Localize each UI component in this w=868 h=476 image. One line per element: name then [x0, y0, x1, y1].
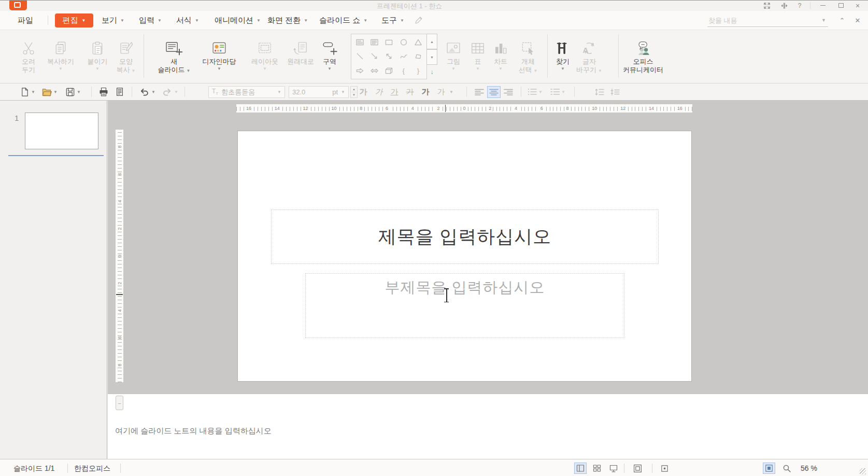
menu-insert[interactable]: 입력▼ [139, 11, 162, 30]
undo-button[interactable]: ▼ [139, 83, 155, 100]
shape-horizontal-text-box[interactable] [352, 35, 367, 49]
zoom-magnifier-icon[interactable] [780, 463, 793, 474]
shape-right-brace[interactable]: } [411, 64, 425, 78]
toolbar-separator [521, 87, 521, 97]
new-slide-button[interactable]: 새 슬라이드▼ [150, 33, 198, 75]
view-slide-sorter-button[interactable] [591, 463, 603, 474]
app-logo-icon[interactable] [9, 1, 27, 10]
split-window-icon[interactable] [777, 1, 791, 10]
object-select-button[interactable]: 개체 선택▼ [514, 33, 543, 75]
find-close-button[interactable]: ✕ [852, 15, 863, 25]
picture-icon [445, 33, 462, 58]
shape-line[interactable] [352, 49, 367, 63]
shape-double-arrow-line[interactable] [381, 49, 396, 63]
view-slideshow-button[interactable] [607, 463, 620, 474]
shape-vertical-text-box[interactable] [367, 35, 381, 49]
align-right-button[interactable] [502, 86, 515, 98]
shape-left-brace[interactable]: { [396, 64, 411, 78]
zoom-in-large-icon[interactable] [763, 463, 775, 474]
chart-button[interactable]: 차트 ▼ [488, 33, 513, 71]
shapes-more-icon[interactable]: ↓ [426, 65, 437, 79]
zoom-out-small-icon[interactable] [658, 463, 671, 474]
new-document-button[interactable]: ▼ [20, 83, 35, 100]
hanshow-window: 프레젠테이션 1 - 한쇼 ? × 파일 편집▼ 보기▼ 입력▼ 서식▼ 애니메… [0, 0, 868, 476]
menu-format[interactable]: 서식▼ [176, 11, 199, 30]
shape-left-right-arrow[interactable] [367, 64, 381, 78]
menu-edit[interactable]: 편집▼ [55, 13, 93, 27]
statusbar-separator [624, 464, 624, 473]
subtitle-placeholder[interactable]: 부제목을 입력하십시오 [305, 273, 624, 338]
font-color-button[interactable]: 가▼ [434, 83, 453, 100]
binoculars-icon [555, 33, 571, 58]
save-button[interactable]: ▼ [65, 83, 81, 100]
shapes-scroll-down-icon[interactable]: ▼ [426, 49, 437, 65]
ruler-cursor-marker [445, 105, 446, 112]
find-button[interactable]: 찾기 ▼ [550, 33, 575, 71]
search-dropdown-icon[interactable]: ▼ [819, 18, 828, 23]
shape-ellipse[interactable] [396, 35, 411, 49]
menubar: 파일 편집▼ 보기▼ 입력▼ 서식▼ 애니메이션▼ 화면 전환▼ 슬라이드 쇼▼… [0, 11, 868, 30]
strikethrough-button[interactable]: 가 [403, 83, 417, 100]
numbered-list-button[interactable]: ▼ [550, 83, 565, 100]
menu-view[interactable]: 보기▼ [102, 11, 124, 30]
maximize-button[interactable] [834, 1, 848, 10]
communicator-icon [635, 33, 651, 58]
print-preview-button[interactable] [115, 83, 124, 100]
shape-right-arrow[interactable] [352, 64, 367, 78]
title-placeholder[interactable]: 제목을 입력하십시오 [271, 209, 659, 264]
shape-cube[interactable] [381, 64, 396, 78]
format-painter-button[interactable]: 모양 복사▼ [108, 33, 144, 75]
zoom-level-label: 56 % [801, 464, 817, 472]
fullscreen-icon[interactable] [760, 1, 774, 10]
slide-thumbnail[interactable] [25, 113, 98, 149]
menu-transition[interactable]: 화면 전환▼ [267, 11, 308, 30]
line-spacing-decrease-button[interactable] [610, 83, 620, 100]
shape-arrow-line[interactable] [367, 49, 381, 63]
window-resize-grip[interactable] [860, 468, 866, 474]
print-button[interactable] [98, 83, 109, 100]
font-type-icon: TT [212, 88, 218, 96]
slide-canvas[interactable]: 제목을 입력하십시오 부제목을 입력하십시오 [237, 131, 692, 382]
close-button[interactable]: × [851, 1, 864, 10]
open-document-button[interactable]: ▼ [41, 83, 58, 100]
font-size-select[interactable]: 32.0 pt ▼ [289, 86, 349, 98]
notes-pane[interactable]: – 여기에 슬라이드 노트의 내용을 입력하십시오 [108, 394, 868, 459]
design-button[interactable]: 디자인마당 ▼ [195, 33, 243, 71]
shape-curve[interactable] [396, 49, 411, 63]
table-button[interactable]: 표 ▼ [467, 33, 488, 71]
shapes-scroll-up-icon[interactable]: ▲ [426, 34, 437, 49]
vertical-ruler: 864202468 [115, 129, 124, 383]
fit-to-window-button[interactable] [631, 463, 644, 474]
help-icon[interactable]: ? [793, 1, 806, 10]
minimize-button[interactable] [816, 1, 830, 10]
view-normal-button[interactable] [574, 463, 587, 474]
menu-file[interactable]: 파일 [18, 11, 33, 30]
statusbar-separator [67, 464, 68, 473]
shape-freeform[interactable] [411, 49, 425, 63]
menu-animation[interactable]: 애니메이션▼ [215, 11, 261, 30]
menu-tools[interactable]: 도구▼ [381, 11, 404, 30]
underline-button[interactable]: 가 [388, 83, 401, 100]
replace-text-button[interactable]: Aa 글자 바꾸기▼ [573, 33, 605, 75]
office-communicator-button[interactable]: 오피스 커뮤니케이터 [616, 33, 670, 74]
bold-button[interactable]: 가 [357, 83, 370, 100]
align-left-button[interactable] [473, 86, 486, 98]
search-input[interactable] [707, 16, 819, 25]
find-collapse-button[interactable]: ⌃ [836, 15, 848, 25]
picture-button[interactable]: 그림 ▼ [439, 33, 468, 71]
italic-button[interactable]: 가 [372, 83, 386, 100]
quick-command-icon[interactable] [415, 11, 423, 30]
shapes-scrollbar: ▲ ▼ ↓ [426, 34, 437, 79]
scissors-icon [20, 33, 37, 58]
shape-triangle[interactable] [411, 35, 425, 49]
section-button[interactable]: 구역 ▼ [315, 33, 344, 71]
shape-rectangle[interactable] [381, 35, 396, 49]
bullet-list-button[interactable]: ▼ [528, 83, 543, 100]
shadow-text-button[interactable]: 가 [419, 83, 432, 100]
menu-slideshow[interactable]: 슬라이드 쇼▼ [319, 11, 367, 30]
notes-splitter-button[interactable]: – [116, 396, 123, 410]
redo-button[interactable]: ▼ [162, 83, 178, 100]
line-spacing-increase-button[interactable] [595, 83, 604, 100]
font-name-select[interactable]: TT 함초롬돋움 ▼ [208, 86, 285, 98]
align-center-button[interactable] [487, 86, 501, 98]
